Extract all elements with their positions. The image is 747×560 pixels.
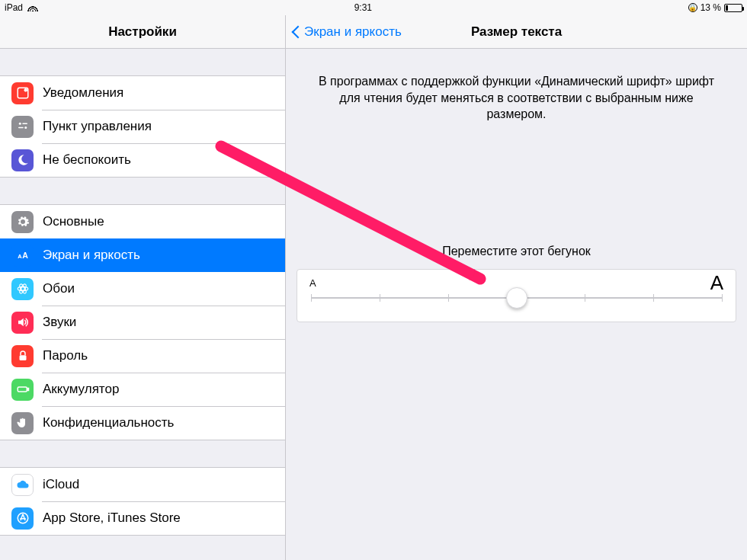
detail-nav: Экран и яркость Размер текста bbox=[286, 15, 747, 49]
detail-title: Размер текста bbox=[471, 24, 562, 40]
chevron-left-icon bbox=[292, 24, 301, 40]
appstore-icon bbox=[11, 507, 34, 530]
sidebar-item-do-not-disturb[interactable]: Не беспокоить bbox=[0, 143, 285, 177]
control-center-icon bbox=[11, 116, 34, 138]
slider-max-label: A bbox=[710, 271, 723, 295]
sidebar-item-label: Основные bbox=[43, 214, 104, 229]
sidebar-item-label: Экран и яркость bbox=[43, 248, 140, 263]
sidebar-item-label: Уведомления bbox=[43, 85, 123, 101]
text-aa-icon: AA bbox=[11, 245, 34, 267]
sidebar-item-label: Звуки bbox=[43, 315, 76, 330]
slider-instruction: Переместите этот бегунок bbox=[286, 245, 747, 258]
back-button[interactable]: Экран и яркость bbox=[292, 15, 402, 49]
sidebar-title: Настройки bbox=[108, 24, 177, 40]
svg-rect-13 bbox=[18, 387, 27, 392]
sidebar-item-notifications[interactable]: Уведомления bbox=[0, 76, 285, 110]
svg-text:A: A bbox=[22, 251, 28, 260]
sidebar-item-passcode[interactable]: Пароль bbox=[0, 339, 285, 373]
wallpaper-icon bbox=[11, 278, 34, 300]
svg-text:A: A bbox=[18, 253, 22, 260]
battery-icon bbox=[11, 379, 34, 401]
svg-point-4 bbox=[24, 126, 27, 129]
moon-icon bbox=[11, 149, 34, 171]
wifi-icon bbox=[27, 4, 38, 11]
sidebar-item-label: Не беспокоить bbox=[43, 152, 131, 168]
speaker-icon bbox=[11, 312, 34, 334]
svg-rect-12 bbox=[19, 355, 26, 360]
notifications-icon bbox=[11, 82, 34, 104]
back-label: Экран и яркость bbox=[304, 24, 402, 40]
sidebar-item-label: Пункт управления bbox=[43, 119, 152, 134]
slider-min-label: A bbox=[309, 277, 316, 289]
sidebar-item-battery[interactable]: Аккумулятор bbox=[0, 373, 285, 406]
detail-pane: В программах с поддержкой функции «Динам… bbox=[286, 49, 747, 560]
slider-knob[interactable] bbox=[506, 287, 527, 309]
svg-rect-3 bbox=[22, 123, 27, 125]
sidebar-item-appstore[interactable]: App Store, iTunes Store bbox=[0, 501, 285, 535]
sidebar-item-icloud[interactable]: iCloud bbox=[0, 468, 285, 501]
sidebar-item-privacy[interactable]: Конфиденциальность bbox=[0, 406, 285, 440]
lock-icon bbox=[11, 345, 34, 367]
status-time: 9:31 bbox=[354, 2, 372, 13]
svg-point-2 bbox=[18, 123, 21, 125]
svg-rect-14 bbox=[27, 389, 29, 391]
settings-sidebar[interactable]: УведомленияПункт управленияНе беспокоить… bbox=[0, 49, 286, 560]
sidebar-item-label: Пароль bbox=[43, 348, 88, 363]
sidebar-item-sounds[interactable]: Звуки bbox=[0, 306, 285, 339]
sidebar-item-label: Аккумулятор bbox=[43, 382, 119, 397]
status-battery-text: 13 % bbox=[701, 2, 721, 13]
svg-point-1 bbox=[24, 88, 27, 92]
sidebar-item-label: Обои bbox=[43, 281, 75, 296]
status-device-label: iPad bbox=[5, 2, 23, 13]
navigation-bar: Настройки Экран и яркость Размер текста bbox=[0, 15, 747, 49]
sidebar-item-label: iCloud bbox=[43, 477, 79, 492]
sidebar-item-wallpaper[interactable]: Обои bbox=[0, 272, 285, 306]
sidebar-item-control-center[interactable]: Пункт управления bbox=[0, 110, 285, 143]
sidebar-item-label: Конфиденциальность bbox=[43, 415, 174, 430]
gear-icon bbox=[11, 211, 34, 233]
status-bar: iPad 9:31 🔒 13 % bbox=[0, 0, 747, 15]
sidebar-item-label: App Store, iTunes Store bbox=[43, 510, 181, 526]
text-size-description: В программах с поддержкой функции «Динам… bbox=[286, 49, 747, 123]
svg-rect-5 bbox=[18, 127, 24, 129]
hand-icon bbox=[11, 412, 34, 434]
cloud-icon bbox=[11, 474, 34, 496]
text-size-slider-card: A A bbox=[297, 269, 736, 322]
sidebar-item-display[interactable]: AAЭкран и яркость bbox=[0, 238, 285, 272]
sidebar-nav: Настройки bbox=[0, 15, 286, 49]
battery-icon bbox=[724, 4, 742, 12]
sidebar-item-general[interactable]: Основные bbox=[0, 205, 285, 238]
orientation-lock-icon: 🔒 bbox=[688, 3, 697, 12]
